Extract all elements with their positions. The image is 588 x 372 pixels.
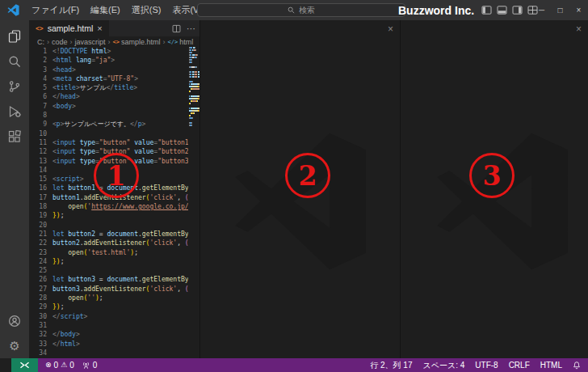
line-number: 7: [29, 102, 52, 111]
explorer-icon[interactable]: [0, 23, 29, 49]
menu-file[interactable]: ファイル(F): [26, 0, 85, 20]
remote-icon: [19, 361, 30, 370]
breadcrumb-item[interactable]: C:: [37, 38, 44, 46]
language-mode[interactable]: HTML: [540, 361, 562, 370]
code-line: 26let button3 = document.getElementBy: [29, 275, 188, 284]
broadcast-icon: [82, 361, 90, 370]
code-editor[interactable]: 1<!DOCTYPE html>2<html lang="ja">3<head>…: [29, 47, 188, 358]
vscode-watermark-icon: [433, 132, 572, 274]
html-file-icon: <>: [113, 39, 120, 45]
code-line: 20: [29, 221, 188, 230]
problems-indicator[interactable]: ⊗ 0 ⚠ 0: [45, 361, 74, 370]
breadcrumb-item[interactable]: code: [52, 38, 68, 46]
window-title: Buzzword Inc.: [398, 0, 474, 20]
code-line: 21let button2 = document.getElementBy: [29, 230, 188, 239]
source-control-icon[interactable]: [0, 74, 29, 99]
code-line: 7<body>: [29, 102, 188, 111]
line-number: 32: [29, 330, 52, 339]
code-line: 30</script>: [29, 312, 188, 321]
code-line: 6</head>: [29, 92, 188, 101]
toggle-sidebar-icon[interactable]: [481, 6, 492, 15]
breadcrumb-item[interactable]: javascript: [75, 38, 106, 46]
line-number: 16: [29, 184, 52, 192]
layout-controls: [481, 0, 538, 20]
accounts-icon[interactable]: [0, 308, 29, 333]
line-number: 5: [29, 83, 52, 92]
breadcrumb-item[interactable]: </>html: [168, 38, 194, 46]
ports-count: 0: [93, 361, 98, 370]
close-group-3-icon[interactable]: ×: [576, 24, 582, 34]
maximize-button[interactable]: □: [551, 0, 569, 20]
status-bar: ⊗ 0 ⚠ 0 0 行 2、列 17 スペース: 4 UTF-8 CRLF HT…: [0, 358, 588, 372]
minimap[interactable]: [188, 47, 200, 358]
code-line: 32</body>: [29, 330, 188, 339]
run-and-debug-icon[interactable]: [0, 99, 29, 124]
code-line: 10: [29, 129, 188, 138]
close-group-2-icon[interactable]: ×: [388, 24, 393, 34]
code-line: 23 open('test.html');: [29, 248, 188, 257]
line-number: 33: [29, 340, 52, 349]
line-number: 1: [29, 47, 52, 56]
code-line: 8: [29, 111, 188, 120]
toggle-secondary-sidebar-icon[interactable]: [512, 6, 523, 15]
editor-group-1: <> sample.html × ⋯ C:›code›javascript›<>…: [29, 20, 200, 358]
remote-indicator[interactable]: [11, 358, 38, 372]
tab-bar: <> sample.html × ⋯: [29, 20, 200, 36]
toggle-panel-icon[interactable]: [497, 6, 507, 15]
menu-edit[interactable]: 編集(E): [85, 0, 126, 20]
code-line: 28 open('');: [29, 294, 188, 302]
vscode-logo-icon: [7, 4, 19, 16]
tab-sample-html[interactable]: <> sample.html ×: [29, 20, 109, 36]
tab-close-icon[interactable]: ×: [97, 24, 102, 33]
minimize-button[interactable]: ─: [532, 0, 551, 20]
code-line: 3<head>: [29, 66, 188, 74]
editor-actions: ⋯: [172, 20, 200, 36]
annotation-circle-3: 3: [469, 153, 514, 198]
cursor-position[interactable]: 行 2、列 17: [370, 360, 412, 371]
line-number: 20: [29, 221, 52, 230]
eol-sequence[interactable]: CRLF: [509, 361, 530, 370]
ports-indicator[interactable]: 0: [82, 361, 98, 370]
line-number: 25: [29, 266, 52, 275]
line-number: 4: [29, 74, 52, 83]
annotation-circle-2: 2: [285, 153, 330, 198]
settings-gear-icon[interactable]: ⚙: [0, 333, 29, 358]
line-number: 15: [29, 175, 52, 184]
line-number: 22: [29, 239, 52, 247]
code-line: 27button3.addEventListener('click', (: [29, 285, 188, 294]
minimap-content: [188, 47, 200, 129]
code-line: 33</html>: [29, 340, 188, 349]
search-input[interactable]: 検索: [197, 3, 405, 17]
code-line: 25: [29, 266, 188, 275]
code-line: 5<title>サンプル</title>: [29, 83, 188, 92]
line-number: 31: [29, 321, 52, 330]
breadcrumb-item[interactable]: <>sample.html: [113, 38, 161, 46]
line-number: 13: [29, 157, 52, 166]
menu-selection[interactable]: 選択(S): [126, 0, 167, 20]
line-number: 28: [29, 294, 52, 302]
line-number: 19: [29, 211, 52, 220]
search-view-icon[interactable]: [0, 49, 29, 74]
breadcrumb-separator-icon: ›: [44, 38, 52, 46]
line-number: 27: [29, 285, 52, 294]
line-number: 30: [29, 312, 52, 321]
indentation[interactable]: スペース: 4: [422, 360, 464, 371]
extensions-icon[interactable]: [0, 124, 29, 149]
notifications-bell[interactable]: [573, 361, 581, 370]
line-number: 10: [29, 129, 52, 138]
line-number: 29: [29, 302, 52, 311]
encoding[interactable]: UTF-8: [475, 361, 498, 370]
close-button[interactable]: ×: [569, 0, 588, 20]
line-number: 14: [29, 166, 52, 175]
vscode-window: ファイル(F) 編集(E) 選択(S) 表示(V) ⋯ ← → 検索 Buzzw…: [0, 0, 588, 372]
line-number: 2: [29, 56, 52, 65]
code-line: 22button2.addEventListener('click', (: [29, 239, 188, 247]
more-actions-icon[interactable]: ⋯: [187, 23, 195, 34]
code-line: 2<html lang="ja">: [29, 56, 188, 65]
warning-icon: ⚠: [61, 361, 67, 369]
line-number: 17: [29, 193, 52, 202]
code-line: 18 open('https://www.google.co.jp/: [29, 202, 188, 211]
titlebar: ファイル(F) 編集(E) 選択(S) 表示(V) ⋯ ← → 検索 Buzzw…: [0, 0, 588, 20]
split-editor-icon[interactable]: [172, 24, 181, 33]
tab-label: sample.html: [48, 23, 94, 33]
